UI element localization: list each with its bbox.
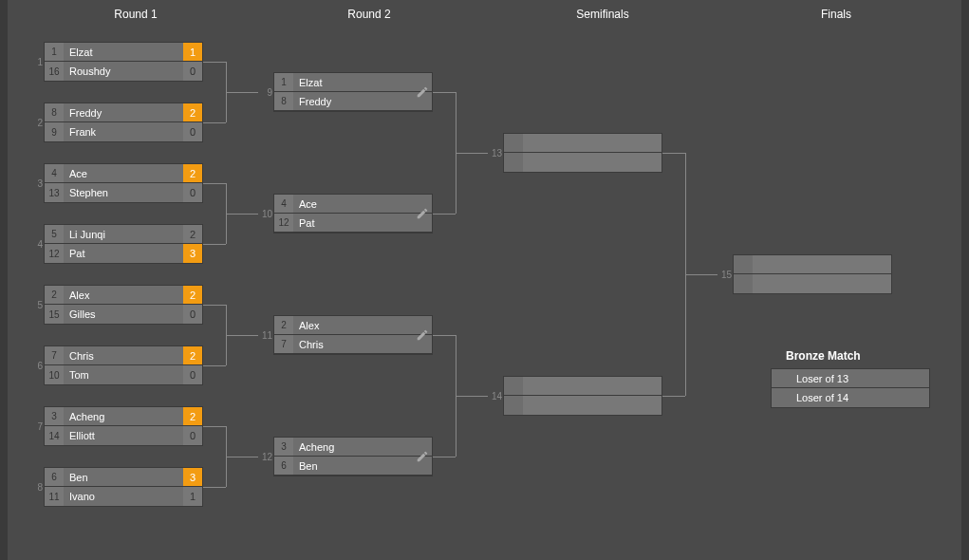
match[interactable]: 67Chris210Tom0 [44, 345, 203, 385]
seed-badge: 3 [45, 407, 64, 425]
score-cell: 0 [183, 183, 202, 202]
match[interactable]: 13 [503, 133, 662, 173]
match-slot: 2Alex [274, 316, 432, 335]
score-cell: 2 [183, 164, 202, 182]
seed-badge: 12 [45, 244, 64, 263]
seed-badge [504, 396, 523, 415]
player-name: Pat [64, 248, 183, 259]
match-slot: Loser of 14 [772, 388, 929, 407]
player-name: Frank [64, 126, 183, 138]
match[interactable]: 73Acheng214Elliott0 [44, 406, 203, 446]
header-semis: Semifinals [486, 8, 719, 21]
match-number: 13 [489, 148, 502, 159]
match[interactable]: 34Ace213Stephen0 [44, 163, 203, 203]
seed-badge: 8 [274, 92, 293, 110]
match-number: 14 [489, 391, 502, 401]
player-name: Alex [64, 289, 183, 301]
match[interactable]: 14 [503, 376, 662, 416]
match-slot [734, 274, 891, 293]
match[interactable]: 86Ben311Ivano1 [44, 467, 203, 507]
player-name: Elzat [64, 47, 183, 58]
match-number: 11 [259, 330, 272, 341]
match[interactable]: 112Alex7Chris [273, 315, 433, 355]
score-cell: 2 [183, 346, 202, 364]
match[interactable]: 45Li Junqi212Pat3 [44, 224, 203, 264]
score-cell: 0 [183, 122, 202, 141]
match-slot: 5Li Junqi2 [45, 225, 202, 244]
seed-badge: 2 [45, 286, 64, 304]
seed-badge: 6 [45, 468, 64, 486]
seed-badge: 5 [45, 225, 64, 243]
seed-badge: 2 [274, 316, 293, 334]
match-slot: 12Pat3 [45, 244, 202, 263]
match-slot: 12Pat [274, 214, 432, 233]
player-name: Stephen [64, 187, 183, 198]
match[interactable]: 28Freddy29Frank0 [44, 103, 203, 142]
seed-badge [734, 274, 753, 293]
seed-badge: 8 [45, 103, 64, 121]
edit-match-button[interactable] [411, 73, 434, 111]
seed-badge: 6 [274, 457, 293, 475]
match[interactable]: 52Alex215Gilles0 [44, 285, 203, 325]
seed-badge: 1 [45, 43, 64, 61]
match-slot [504, 396, 662, 415]
pencil-icon [416, 450, 429, 463]
score-cell: 1 [183, 487, 202, 506]
match-slot: 3Acheng2 [45, 407, 202, 426]
match-slot [504, 377, 662, 396]
edit-match-button[interactable] [411, 316, 434, 354]
pencil-icon [416, 328, 429, 342]
pencil-icon [416, 85, 429, 99]
match[interactable]: 11Elzat116Roushdy0 [44, 42, 203, 82]
edit-match-button[interactable] [411, 195, 434, 233]
match-number: 4 [29, 239, 43, 250]
match-number: 7 [29, 421, 43, 432]
match-slot: 16Roushdy0 [45, 62, 202, 81]
seed-badge: 7 [274, 335, 293, 353]
score-cell: 2 [183, 225, 202, 243]
match-number: 10 [259, 209, 272, 219]
seed-badge: 12 [274, 214, 293, 232]
match-number: 1 [29, 57, 43, 67]
edit-match-button[interactable] [411, 438, 434, 476]
match[interactable]: 15 [733, 254, 892, 294]
score-cell: 2 [183, 103, 202, 121]
seed-badge: 11 [45, 487, 64, 506]
match-number: 3 [29, 178, 43, 189]
match-slot: 7Chris [274, 335, 432, 354]
match-slot: 4Ace [274, 195, 432, 214]
seed-badge: 14 [45, 426, 64, 445]
score-cell: 0 [183, 305, 202, 324]
header-finals: Finals [719, 8, 953, 21]
match-slot: 13Stephen0 [45, 183, 202, 202]
score-cell: 2 [183, 407, 202, 425]
player-name: Chris [64, 350, 183, 362]
seed-badge: 1 [274, 73, 293, 91]
match-slot: 10Tom0 [45, 365, 202, 384]
match-slot: Loser of 13 [772, 369, 929, 388]
match-number: 15 [718, 270, 732, 280]
match-slot: 6Ben [274, 457, 432, 476]
match[interactable]: Loser of 13Loser of 14 [771, 368, 930, 408]
player-name: Ace [64, 168, 183, 179]
score-cell: 2 [183, 286, 202, 304]
match-slot [504, 153, 662, 172]
seed-badge [504, 377, 523, 395]
seed-badge: 16 [45, 62, 64, 81]
score-cell: 0 [183, 426, 202, 445]
seed-badge [772, 369, 791, 387]
match-slot: 3Acheng [274, 438, 432, 457]
match[interactable]: 104Ace12Pat [273, 194, 433, 233]
score-cell: 3 [183, 468, 202, 486]
player-name: Gilles [64, 308, 183, 320]
seed-badge: 9 [45, 122, 64, 141]
seed-badge [504, 134, 523, 152]
player-name: Li Junqi [64, 229, 183, 240]
match-slot: 14Elliott0 [45, 426, 202, 445]
player-name: Tom [64, 369, 183, 381]
match[interactable]: 123Acheng6Ben [273, 437, 433, 476]
player-name: Freddy [64, 107, 183, 119]
match-slot: 1Elzat1 [45, 43, 202, 62]
bracket-area: 11Elzat116Roushdy028Freddy29Frank034Ace2… [8, 25, 961, 537]
match[interactable]: 91Elzat8Freddy [273, 72, 433, 112]
